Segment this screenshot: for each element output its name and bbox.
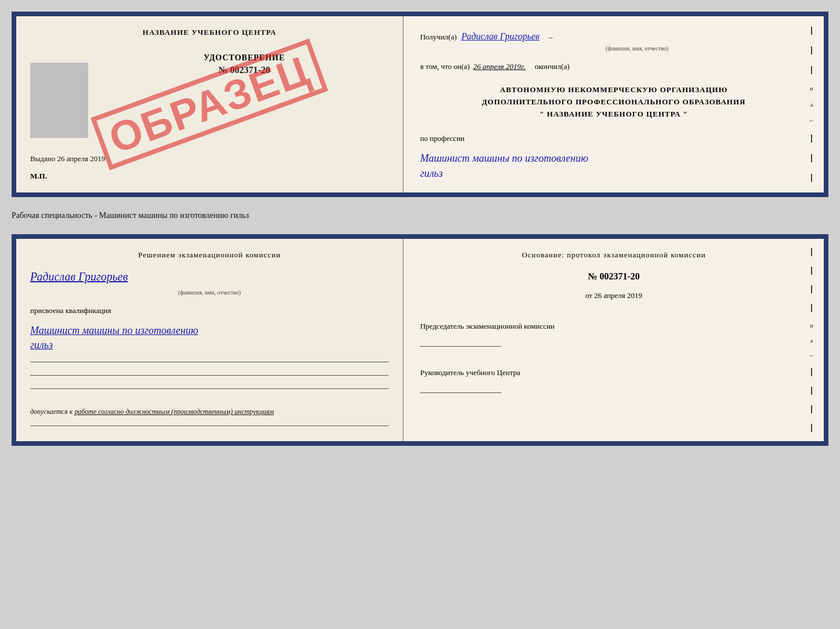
hr4 xyxy=(30,426,389,426)
side-char-i: и xyxy=(810,85,813,92)
top-doc-right: Получил(а) Радислав Григорьев – (фамилия… xyxy=(404,16,824,192)
reshenem-title: Решением экзаменационной комиссии xyxy=(30,250,389,260)
predsedatel-signature-line xyxy=(420,335,501,347)
bottom-doc-right: Основание: протокол экзаменационной коми… xyxy=(404,239,824,441)
udostoverenie-number: № 002371-20 xyxy=(100,65,389,75)
right-side-decoration: и а ← xyxy=(806,16,817,192)
bottom-side-char-i: и xyxy=(810,322,813,329)
specialty-label: Рабочая специальность - Машинист машины … xyxy=(12,208,828,224)
rukovoditel-label: Руководитель учебного Центра xyxy=(420,368,808,378)
mp-label: М.П. xyxy=(30,172,47,181)
side-char-a: а xyxy=(810,101,813,108)
top-doc-left: НАЗВАНИЕ УЧЕБНОГО ЦЕНТРА УДОСТОВЕРЕНИЕ №… xyxy=(16,16,404,192)
udostoverenie-title: УДОСТОВЕРЕНИЕ xyxy=(100,53,389,63)
qual-line2: гильз xyxy=(30,339,53,351)
bottom-famil-hint: (фамилия, имя, отчество) xyxy=(30,289,389,296)
ot-date: 26 апреля 2019 xyxy=(594,291,642,300)
dopusk-text: работе согласно должностным (производств… xyxy=(74,408,274,416)
vydano-date: 26 апреля 2019 xyxy=(57,154,106,163)
vydano-label: Выдано xyxy=(30,154,55,163)
poluchil-hint: (фамилия, имя, отчество) xyxy=(466,45,808,52)
qualification-text: Машинист машины по изготовлению гильз xyxy=(30,323,389,352)
page-wrapper: НАЗВАНИЕ УЧЕБНОГО ЦЕНТРА УДОСТОВЕРЕНИЕ №… xyxy=(12,12,828,446)
ot-label: от xyxy=(585,291,592,300)
okonchil-label: окончил(а) xyxy=(535,62,570,71)
vtom-label: в том, что он(а) xyxy=(420,62,470,71)
dopuskaetsya-label: допускается к xyxy=(30,408,73,416)
bottom-side-char-a: а xyxy=(810,337,813,344)
poluchil-label: Получил(а) xyxy=(420,32,457,42)
rukovoditel-signature-line xyxy=(420,381,501,393)
org-line3: " НАЗВАНИЕ УЧЕБНОГО ЦЕНТРА " xyxy=(420,108,808,121)
top-document: НАЗВАНИЕ УЧЕБНОГО ЦЕНТРА УДОСТОВЕРЕНИЕ №… xyxy=(12,12,828,197)
bottom-doc-left: Решением экзаменационной комиссии Радисл… xyxy=(16,239,404,441)
vtom-line: в том, что он(а) 26 апреля 2019г. окончи… xyxy=(420,62,808,71)
poluchil-name: Радислав Григорьев xyxy=(461,31,540,42)
qual-line1: Машинист машины по изготовлению xyxy=(30,325,198,336)
hr1 xyxy=(30,362,389,362)
po-professii: по профессии xyxy=(420,134,808,143)
org-block: АВТОНОМНУЮ НЕКОММЕРЧЕСКУЮ ОРГАНИЗАЦИЮ ДО… xyxy=(420,84,808,120)
profession-line1: Машинист машины по изготовлению xyxy=(420,152,588,164)
predsedatel-block: Председатель экзаменационной комиссии xyxy=(420,321,808,355)
profession-text: Машинист машины по изготовлению гильз xyxy=(420,151,808,180)
top-left-title: НАЗВАНИЕ УЧЕБНОГО ЦЕНТРА xyxy=(30,28,389,37)
side-char-arrow: ← xyxy=(808,117,814,124)
osnovanie-title: Основание: протокол экзаменационной коми… xyxy=(420,250,808,260)
org-line1: АВТОНОМНУЮ НЕКОММЕРЧЕСКУЮ ОРГАНИЗАЦИЮ xyxy=(420,84,808,96)
rukovoditel-block: Руководитель учебного Центра xyxy=(420,368,808,401)
hr2 xyxy=(30,375,389,376)
bottom-document: Решением экзаменационной комиссии Радисл… xyxy=(12,234,828,446)
org-line2: ДОПОЛНИТЕЛЬНОГО ПРОФЕССИОНАЛЬНОГО ОБРАЗО… xyxy=(420,96,808,108)
bottom-right-side-decoration: и а ← xyxy=(806,239,817,441)
vydano-line: Выдано 26 апреля 2019 xyxy=(30,154,105,163)
profession-line2: гильз xyxy=(420,168,443,179)
bottom-person-name: Радислав Григорьев xyxy=(30,270,389,283)
prisvoena-label: присвоена квалификация xyxy=(30,306,389,315)
photo-placeholder xyxy=(30,63,88,138)
ot-date-line: от 26 апреля 2019 xyxy=(420,291,808,300)
protocol-number: № 002371-20 xyxy=(420,271,808,282)
udostoverenie-block: УДОСТОВЕРЕНИЕ № 002371-20 xyxy=(100,53,389,75)
predsedatel-label: Председатель экзаменационной комиссии xyxy=(420,321,808,332)
hr3 xyxy=(30,388,389,389)
dopuskaetsya-block: допускается к работе согласно должностны… xyxy=(30,408,389,416)
vtom-date: 26 апреля 2019г. xyxy=(473,62,531,71)
bottom-side-char-arrow: ← xyxy=(808,352,814,359)
